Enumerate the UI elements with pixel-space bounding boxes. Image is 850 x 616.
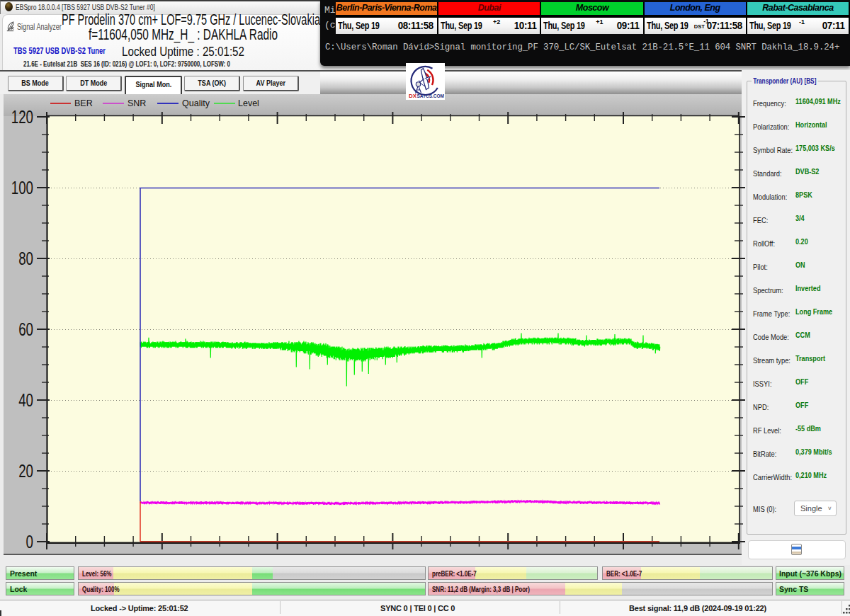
svg-text:DX: DX — [409, 93, 417, 99]
svg-text:SATCS.COM: SATCS.COM — [417, 93, 445, 99]
